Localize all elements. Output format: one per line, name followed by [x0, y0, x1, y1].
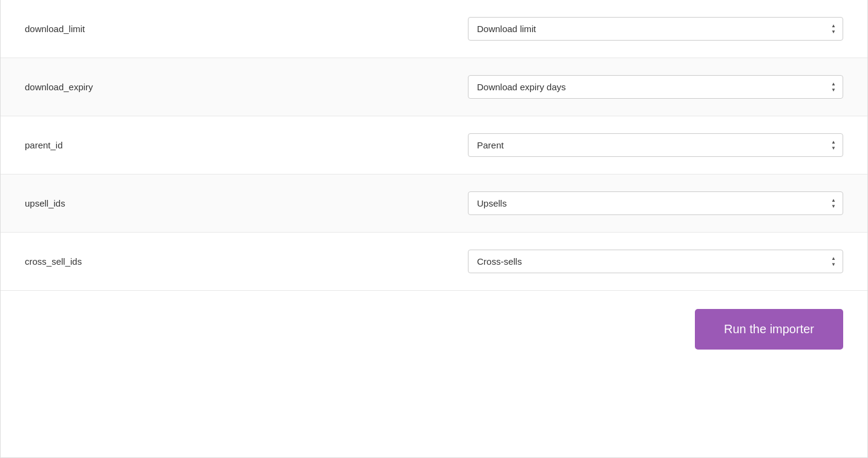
footer-row: Run the importer: [1, 291, 867, 368]
field-key-label: download_limit: [25, 24, 468, 34]
mapping-row: parent_idParent: [1, 116, 867, 174]
field-key-label: upsell_ids: [25, 198, 468, 208]
select-cross-sell-ids[interactable]: Cross-sells: [468, 250, 843, 273]
select-parent-id[interactable]: Parent: [468, 133, 843, 157]
mapping-row: upsell_idsUpsells: [1, 174, 867, 233]
run-importer-button[interactable]: Run the importer: [695, 309, 843, 350]
field-select-wrapper: Upsells: [468, 191, 843, 215]
field-key-label: download_expiry: [25, 82, 468, 92]
main-container: download_limitDownload limitdownload_exp…: [0, 0, 868, 458]
field-select-wrapper: Parent: [468, 133, 843, 157]
select-upsell-ids[interactable]: Upsells: [468, 191, 843, 215]
field-key-label: cross_sell_ids: [25, 256, 468, 267]
field-select-wrapper: Cross-sells: [468, 250, 843, 273]
field-key-label: parent_id: [25, 140, 468, 150]
field-select-wrapper: Download expiry days: [468, 75, 843, 99]
mapping-row: cross_sell_idsCross-sells: [1, 233, 867, 291]
field-select-wrapper: Download limit: [468, 17, 843, 41]
select-download-expiry[interactable]: Download expiry days: [468, 75, 843, 99]
mapping-row: download_expiryDownload expiry days: [1, 58, 867, 116]
select-download-limit[interactable]: Download limit: [468, 17, 843, 41]
mapping-row: download_limitDownload limit: [1, 0, 867, 58]
